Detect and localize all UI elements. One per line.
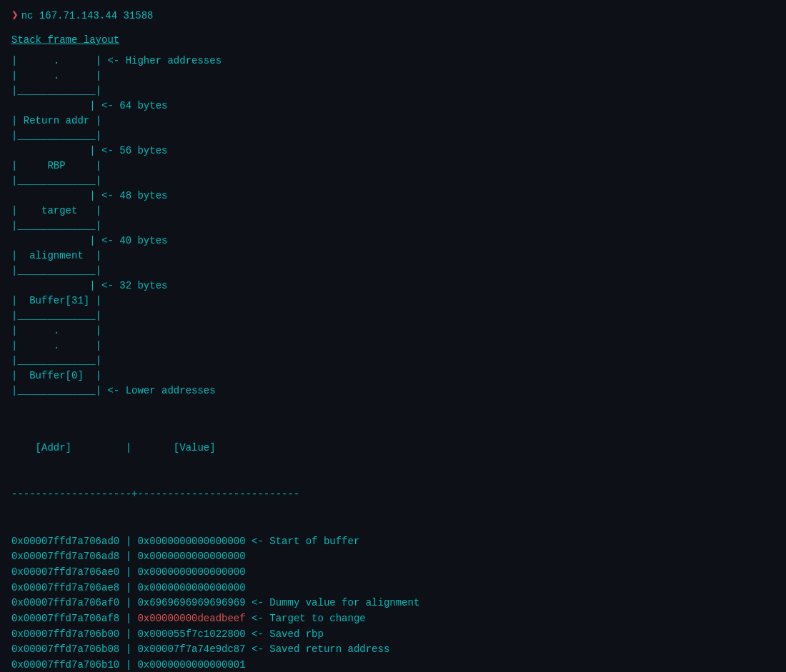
prompt-line: ❯ nc 167.71.143.44 31588 <box>11 7 775 24</box>
table-row: 0x00007ffd7a706ae8 | 0x0000000000000000 <box>11 581 775 596</box>
table-row: 0x00007ffd7a706b00 | 0x000055f7c1022800 … <box>11 627 775 643</box>
table-row: 0x00007ffd7a706b08 | 0x00007f7a74e9dc87 … <box>11 642 775 658</box>
terminal-window: ❯ nc 167.71.143.44 31588 Stack frame lay… <box>11 7 775 672</box>
prompt-command: nc 167.71.143.44 31588 <box>21 9 154 24</box>
table-row: 0x00007ffd7a706b10 | 0x0000000000000001 <box>11 658 775 672</box>
table-row: 0x00007ffd7a706ad8 | 0x0000000000000000 <box>11 549 775 565</box>
table-row: 0x00007ffd7a706af0 | 0x6969696969696969 … <box>11 596 775 611</box>
prompt-arrow: ❯ <box>11 7 19 24</box>
table1-header: [Addr] | [Value] <box>11 441 775 456</box>
table-row: 0x00007ffd7a706ae0 | 0x0000000000000000 <box>11 565 775 581</box>
stack-frame-diagram: | . | <- Higher addresses | . | |_______… <box>11 54 775 398</box>
stack-title: Stack frame layout <box>11 33 775 48</box>
memory-table-1: [Addr] | [Value] --------------------+--… <box>11 410 775 672</box>
table1-rows: 0x00007ffd7a706ad0 | 0x0000000000000000 … <box>11 534 775 673</box>
table1-divider: --------------------+-------------------… <box>11 487 775 503</box>
table-row: 0x00007ffd7a706ad0 | 0x0000000000000000 … <box>11 534 775 550</box>
table-row: 0x00007ffd7a706af8 | 0x00000000deadbeef … <box>11 611 775 627</box>
